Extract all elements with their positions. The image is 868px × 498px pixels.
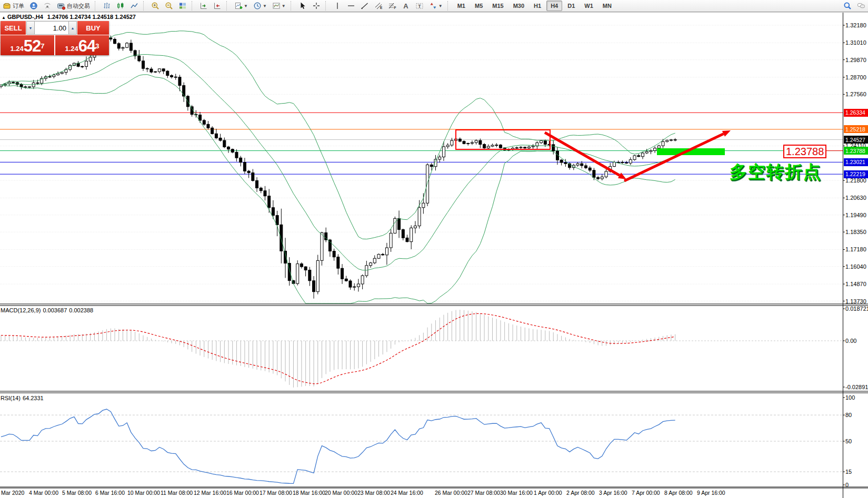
timeframe-m15[interactable]: M15: [488, 1, 507, 11]
timeframe-h1[interactable]: H1: [530, 1, 545, 11]
time-tick-label: 17 Mar 08:00: [260, 490, 292, 496]
time-tick-label: 26 Mar 00:00: [435, 490, 467, 496]
volume-increase-button[interactable]: ▲: [68, 21, 77, 35]
rsi-line: [1, 409, 675, 483]
grid-layer: [0, 25, 843, 472]
crosshair-button[interactable]: [310, 0, 323, 12]
price-annotation-box[interactable]: 1.23788: [783, 145, 826, 158]
toolbar-separator: [226, 1, 230, 11]
time-tick-label: 24 Mar 16:00: [391, 490, 423, 496]
time-tick-label: 9 Apr 16:00: [697, 490, 725, 496]
timeframe-w1[interactable]: W1: [580, 1, 597, 11]
auto-scroll-button[interactable]: [197, 0, 210, 12]
zoom-out-button[interactable]: [163, 0, 175, 12]
autotrading-button[interactable]: 自动交易: [55, 0, 92, 12]
volume-decrease-button[interactable]: ▼: [26, 21, 35, 35]
rsi-name: RSI(14): [1, 395, 21, 401]
macd-value-signal: 0.002388: [69, 307, 93, 313]
periods-button[interactable]: ▼: [251, 0, 269, 12]
price-badge-1.24527: 1.24527: [844, 136, 868, 144]
one-click-trading-panel: SELL ▼ ▲ BUY 1.24527 1.24643: [1, 21, 109, 55]
cursor-button[interactable]: [296, 0, 309, 12]
bollinger-upper-line: [1, 31, 675, 239]
time-tick-label: 23 Mar 08:00: [357, 490, 390, 496]
up-trend-arrow[interactable]: [624, 134, 723, 181]
svg-text:E: E: [380, 6, 383, 9]
toolbar-separator: [325, 1, 329, 11]
trendline-button[interactable]: [358, 0, 371, 12]
bar-chart-button[interactable]: [101, 0, 113, 12]
chart-header: ▲GBPUSD-,H41.24706 1.24734 1.24518 1.245…: [2, 14, 136, 20]
macd-value-main: 0.003687: [43, 307, 67, 313]
macd-indicator-label: MACD(12,26,9)0.0036870.002388: [1, 307, 95, 313]
candlestick-button[interactable]: [114, 0, 127, 12]
zoom-in-button[interactable]: [149, 0, 162, 12]
toolbar: 订单自动交易▼▼▼EFAT▼M1M5M15M30H1H4D1W1MN: [0, 0, 868, 12]
sell-price-big: 52: [24, 38, 41, 54]
price-badge-1.23021: 1.23021: [844, 158, 868, 166]
line-chart-button[interactable]: [128, 0, 141, 12]
chat-button[interactable]: [855, 0, 867, 12]
templates-button[interactable]: ▼: [270, 0, 288, 12]
new-chart-button[interactable]: ▼: [232, 0, 250, 12]
svg-text:A: A: [403, 2, 408, 10]
timeframe-mn[interactable]: MN: [598, 1, 616, 11]
timeframe-h4[interactable]: H4: [546, 1, 562, 11]
timeframe-d1[interactable]: D1: [563, 1, 579, 11]
toolbar-separator: [143, 1, 147, 11]
buy-button[interactable]: BUY: [77, 21, 109, 35]
ohlc-values: 1.24706 1.24734 1.24518 1.24527: [47, 14, 136, 20]
tile-windows-button[interactable]: [176, 0, 189, 12]
time-tick-label: 3 Apr 16:00: [599, 490, 627, 496]
macd-name: MACD(12,26,9): [1, 307, 41, 313]
toolbar-separator: [291, 1, 294, 11]
buy-price-big: 64: [78, 38, 95, 54]
time-tick-label: 11 Mar 08:00: [161, 490, 193, 496]
time-tick-label: 20 Mar 00:00: [325, 490, 357, 496]
text-button[interactable]: A: [400, 0, 412, 12]
sell-price-display[interactable]: 1.24527: [1, 35, 55, 55]
time-tick-label: 27 Mar 08:00: [467, 490, 500, 496]
time-tick-label: 2 Apr 08:00: [566, 490, 595, 496]
volume-input[interactable]: [35, 21, 68, 35]
toolbar-separator: [192, 1, 195, 11]
text-label-button[interactable]: T: [413, 0, 426, 12]
time-tick-label: 30 Mar 16:00: [500, 490, 533, 496]
toolbar-separator: [95, 1, 98, 11]
time-tick-label: 8 Apr 08:00: [664, 490, 693, 496]
accounts-icon[interactable]: [27, 0, 40, 12]
time-tick-label: 10 Mar 00:00: [127, 490, 160, 496]
collapse-arrow-icon[interactable]: ▲: [2, 15, 6, 20]
time-tick-label: 6 Mar 16:00: [95, 490, 125, 496]
timeframe-m5[interactable]: M5: [471, 1, 487, 11]
time-tick-label: 4 Mar 00:00: [29, 490, 58, 496]
time-tick-label: 16 Mar 00:00: [226, 490, 259, 496]
sell-button[interactable]: SELL: [1, 21, 26, 35]
sell-price-prefix: 1.24: [10, 44, 23, 54]
fibonacci-button[interactable]: F: [386, 0, 398, 12]
time-tick-label: Mar 2020: [1, 490, 24, 496]
chart-canvas[interactable]: [0, 0, 868, 498]
rsi-indicator-label: RSI(14)64.2331: [1, 395, 46, 401]
time-axis: Mar 20204 Mar 00:005 Mar 08:006 Mar 16:0…: [0, 489, 868, 498]
vertical-line-button[interactable]: [331, 0, 344, 12]
frame-layer: [0, 12, 868, 498]
new-order-button[interactable]: 订单: [1, 0, 26, 12]
buy-price-display[interactable]: 1.24643: [55, 35, 109, 55]
channel-button[interactable]: E: [372, 0, 385, 12]
timeframe-m30[interactable]: M30: [509, 1, 528, 11]
buy-price-sup: 3: [95, 38, 99, 54]
time-tick-label: 18 Mar 16:00: [293, 490, 325, 496]
macd-layer: [1, 310, 675, 388]
svg-text:F: F: [394, 6, 396, 9]
toolbar-separator: [447, 1, 451, 11]
price-badge-1.26334: 1.26334: [844, 109, 868, 117]
search-button[interactable]: [841, 0, 854, 12]
level-lines-layer: [0, 113, 843, 174]
signals-icon[interactable]: [41, 0, 54, 12]
arrows-button[interactable]: ▼: [427, 0, 445, 12]
chart-shift-button[interactable]: [211, 0, 224, 12]
sell-price-sup: 7: [41, 38, 44, 54]
timeframe-m1[interactable]: M1: [453, 1, 470, 11]
horizontal-line-button[interactable]: [345, 0, 357, 12]
